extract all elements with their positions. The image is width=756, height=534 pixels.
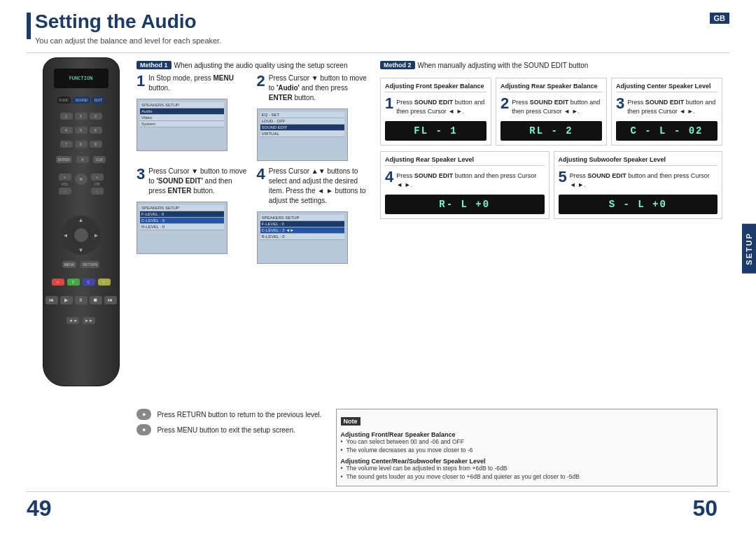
top-divider bbox=[27, 52, 729, 53]
speaker-grid-bottom: Adjusting Rear Speaker Level 4 Press SOU… bbox=[380, 151, 722, 219]
method2-label: Method 2 When manually adjusting with th… bbox=[380, 61, 588, 69]
speaker2-desc: Press SOUND EDIT button and then press C… bbox=[512, 98, 602, 115]
remote-btn-2: 2 bbox=[75, 113, 88, 120]
note-title: Note bbox=[341, 417, 360, 426]
remote-btn-edit: EDIT bbox=[92, 97, 104, 104]
speaker3-desc: Press SOUND EDIT button and then press C… bbox=[627, 98, 718, 115]
title-accent-bar bbox=[27, 13, 31, 39]
step1-number: 1 bbox=[136, 73, 145, 89]
note-section1-item2: The volume decreases as you move closer … bbox=[341, 447, 713, 455]
remote-btn-8: 8 bbox=[75, 141, 88, 148]
method1-badge: Method 1 bbox=[136, 61, 172, 69]
method1-steps: 1 In Stop mode, press MENU button. SPEAK… bbox=[136, 73, 371, 264]
step1-desc: In Stop mode, press MENU button. bbox=[148, 73, 251, 93]
remote-btn-pause: ⏸ bbox=[75, 296, 88, 304]
screen4-mockup: SPEAKERS SETUP F-LEVEL : 0 C-LEVEL : 2 ◄… bbox=[257, 211, 348, 264]
remote-btn-play: ▶ bbox=[60, 296, 73, 304]
note-section2-item1: The volume level can be adjusted in step… bbox=[341, 465, 713, 473]
menu-btn-icon: ● bbox=[136, 424, 151, 435]
step3-number: 3 bbox=[136, 167, 145, 182]
remote-btn-7: 7 bbox=[60, 141, 73, 148]
remote-btn-ch-up: + bbox=[91, 174, 104, 181]
speaker-box-subwoofer: Adjusting Subwoofer Speaker Level 5 Pres… bbox=[554, 151, 723, 219]
menu-button-row: ● Press MENU button to exit the setup sc… bbox=[136, 424, 322, 435]
return-btn-icon: ● bbox=[136, 409, 151, 420]
method2-section: Method 2 When manually adjusting with th… bbox=[380, 57, 722, 219]
note-section2-title: Adjusting Center/Rear/Subwoofer Speaker … bbox=[341, 458, 713, 465]
method2-badge: Method 2 bbox=[380, 61, 415, 69]
step4-desc: Press Cursor ▲▼ buttons to select and ad… bbox=[269, 167, 371, 206]
method1-description: When adjusting the audio quality using t… bbox=[174, 62, 348, 69]
speaker-subwoofer-header: Adjusting Subwoofer Speaker Level bbox=[559, 156, 718, 166]
display-rear-balance: RL - 2 bbox=[500, 121, 602, 141]
page-subtitle: You can adjust the balance and level for… bbox=[35, 36, 221, 45]
gb-badge: GB bbox=[710, 13, 730, 24]
screen2-mockup: EQ - SET LOUD - OFF SOUND EDIT VIRTUAL bbox=[257, 108, 348, 161]
return-button-row: ● Press RETURN button to return to the p… bbox=[136, 409, 322, 420]
remote-btn-c: C bbox=[83, 279, 95, 286]
speaker-front-header: Adjusting Front Speaker Balance bbox=[385, 83, 486, 92]
return-notes: ● Press RETURN button to return to the p… bbox=[136, 409, 322, 435]
speaker-box-rear-balance: Adjusting Rear Speaker Balance 2 Press S… bbox=[496, 78, 607, 146]
remote-btn-d: D bbox=[98, 279, 111, 286]
speaker4-desc: Press SOUND EDIT button and then press C… bbox=[396, 171, 544, 189]
speaker3-step: 3 bbox=[616, 96, 624, 111]
remote-btn-stop: ⏹ bbox=[90, 296, 102, 304]
remote-btn-3: 3 bbox=[90, 113, 102, 120]
screen3-mockup: SPEAKERS SETUP F-LEVEL : 0 C-LEVEL : 0 R… bbox=[136, 202, 227, 254]
menu-text: Press MENU button to exit the setup scre… bbox=[157, 426, 295, 434]
note-section2-item2: The sound gets louder as you move closer… bbox=[341, 473, 713, 482]
speaker-center-header: Adjusting Center Speaker Level bbox=[616, 83, 718, 92]
method1-label: Method 1 When adjusting the audio qualit… bbox=[136, 61, 347, 69]
speaker5-step: 5 bbox=[559, 169, 567, 185]
step1-box: 1 In Stop mode, press MENU button. SPEAK… bbox=[136, 73, 251, 161]
step3-desc: Press Cursor ▼ button to move to 'SOUND … bbox=[148, 167, 251, 196]
speaker2-step: 2 bbox=[500, 96, 509, 111]
step2-number: 2 bbox=[257, 73, 265, 89]
display-center: C - L - 02 bbox=[616, 121, 718, 141]
remote-btn-1: 1 bbox=[60, 113, 73, 120]
remote-screen: FUNCTION bbox=[54, 69, 108, 88]
speaker-box-front: Adjusting Front Speaker Balance 1 Press … bbox=[380, 78, 491, 146]
remote-btn-b: B bbox=[67, 279, 80, 286]
remote-btn-vol-down: - bbox=[59, 188, 71, 195]
remote-btn-vol-up: + bbox=[59, 174, 71, 181]
remote-btn-fwd: ►► bbox=[83, 317, 95, 324]
remote-btn-clear: CLR bbox=[93, 156, 106, 163]
speaker-rear-level-header: Adjusting Rear Speaker Level bbox=[385, 156, 545, 166]
step4-box: 4 Press Cursor ▲▼ buttons to select and … bbox=[257, 167, 372, 264]
speaker-grid-top: Adjusting Front Speaker Balance 1 Press … bbox=[380, 78, 722, 146]
remote-btn-next: ⏭ bbox=[104, 296, 117, 304]
speaker-rear-balance-header: Adjusting Rear Speaker Balance bbox=[500, 83, 602, 92]
note-section1-item1: You can select between 00 and -06 and OF… bbox=[341, 438, 713, 447]
remote-nav-ring: ▲ ▼ ◄ ► bbox=[62, 216, 101, 255]
remote-btn-rew: ◄◄ bbox=[66, 317, 79, 324]
method2-description: When manually adjusting with the SOUND E… bbox=[418, 62, 589, 69]
return-text: Press RETURN button to return to the pre… bbox=[157, 411, 321, 419]
remote-btn-ch-down: - bbox=[91, 188, 104, 195]
speaker-box-rear-level: Adjusting Rear Speaker Level 4 Press SOU… bbox=[380, 151, 550, 219]
bottom-section: ● Press RETURN button to return to the p… bbox=[136, 409, 718, 486]
page-title: Setting the Audio bbox=[35, 10, 197, 33]
remote-btn-mute: M bbox=[75, 174, 88, 185]
speaker-box-center: Adjusting Center Speaker Level 3 Press S… bbox=[611, 78, 722, 146]
remote-btn-return: RETURN bbox=[80, 261, 99, 268]
step2-desc: Press Cursor ▼ button to move to 'Audio'… bbox=[269, 73, 371, 103]
step3-box: 3 Press Cursor ▼ button to move to 'SOUN… bbox=[136, 167, 251, 264]
bottom-divider bbox=[27, 491, 729, 492]
page-number-left: 49 bbox=[27, 496, 52, 521]
remote-btn-a: A bbox=[52, 279, 64, 286]
speaker1-desc: Press SOUND EDIT button and then press C… bbox=[396, 98, 486, 115]
remote-btn-enter: ENTER bbox=[56, 156, 72, 163]
speaker5-desc: Press SOUND EDIT button and then press C… bbox=[570, 171, 718, 189]
method1-section: Method 1 When adjusting the audio qualit… bbox=[136, 57, 371, 264]
screen1-mockup: SPEAKERS SETUP Audio Video System bbox=[136, 99, 227, 151]
page-number-right: 50 bbox=[692, 496, 718, 521]
remote-btn-sound: SOUND bbox=[73, 97, 90, 104]
remote-btn-5: 5 bbox=[75, 127, 88, 134]
remote-btn-func: FUNC bbox=[57, 97, 71, 104]
remote-btn-6: 6 bbox=[90, 127, 102, 134]
remote-btn-0: 0 bbox=[76, 156, 89, 163]
note-box: Note Adjusting Front/Rear Speaker Balanc… bbox=[336, 409, 718, 486]
remote-btn-prev: ⏮ bbox=[46, 296, 58, 304]
